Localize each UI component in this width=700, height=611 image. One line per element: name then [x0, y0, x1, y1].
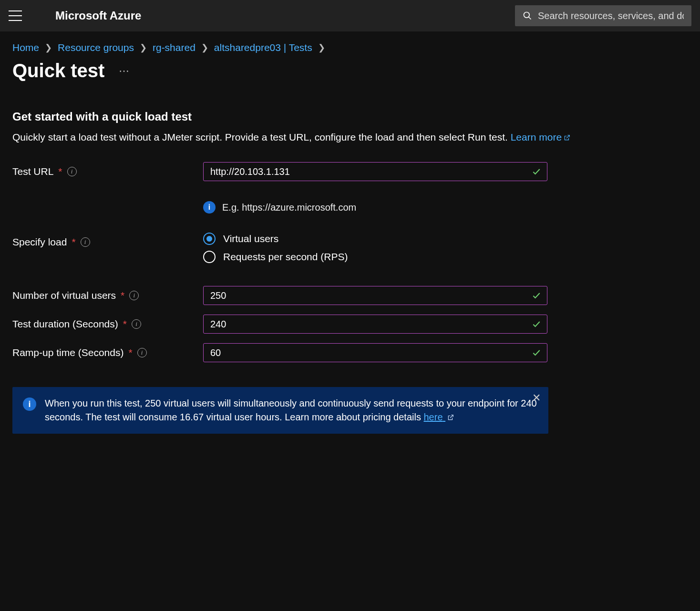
- required-marker: *: [58, 166, 62, 177]
- info-icon[interactable]: i: [132, 319, 141, 329]
- rampup-input-wrap: [203, 343, 547, 362]
- rampup-label: Ramp-up time (Seconds): [12, 347, 124, 358]
- intro-heading: Get started with a quick load test: [12, 110, 688, 123]
- required-marker: *: [72, 236, 75, 248]
- breadcrumb-resource-groups[interactable]: Resource groups: [58, 42, 134, 53]
- virtual-users-input[interactable]: [210, 290, 526, 301]
- info-icon[interactable]: i: [67, 167, 77, 176]
- breadcrumb-tests[interactable]: altsharedpre03 | Tests: [214, 42, 312, 53]
- required-marker: *: [128, 347, 132, 358]
- radio-label: Virtual users: [223, 233, 278, 244]
- hamburger-menu-icon[interactable]: [9, 10, 22, 21]
- search-input[interactable]: [538, 10, 684, 21]
- intro-text: Quickly start a load test without a JMet…: [12, 132, 511, 143]
- check-icon: [532, 348, 541, 357]
- test-url-label: Test URL: [12, 166, 53, 177]
- specify-load-radio-group: Virtual users Requests per second (RPS): [203, 233, 547, 263]
- rampup-input[interactable]: [210, 347, 526, 358]
- global-search[interactable]: [515, 5, 691, 26]
- radio-icon: [203, 233, 216, 245]
- radio-virtual-users[interactable]: Virtual users: [203, 233, 547, 245]
- info-icon[interactable]: i: [81, 237, 90, 247]
- chevron-right-icon: ❯: [45, 42, 52, 53]
- test-url-hint: E.g. https://azure.microsoft.com: [222, 202, 356, 213]
- info-icon[interactable]: i: [137, 348, 147, 357]
- page-title: Quick test: [12, 60, 104, 81]
- brand-label: Microsoft Azure: [55, 9, 141, 22]
- learn-more-link[interactable]: Learn more: [511, 132, 570, 143]
- duration-input-wrap: [203, 315, 547, 334]
- info-icon[interactable]: i: [129, 291, 139, 300]
- search-icon: [523, 11, 532, 20]
- chevron-right-icon: ❯: [201, 42, 208, 53]
- test-url-input[interactable]: [210, 166, 526, 177]
- more-actions-icon[interactable]: ⋯: [119, 65, 130, 77]
- check-icon: [532, 167, 541, 176]
- radio-icon: [203, 251, 216, 263]
- banner-text: When you run this test, 250 virtual user…: [45, 397, 538, 424]
- external-link-icon: [564, 134, 570, 141]
- topbar: Microsoft Azure: [0, 0, 700, 31]
- virtual-users-input-wrap: [203, 286, 547, 305]
- close-icon[interactable]: ✕: [532, 393, 541, 403]
- duration-input[interactable]: [210, 319, 526, 330]
- pricing-banner: i When you run this test, 250 virtual us…: [12, 387, 548, 434]
- pricing-here-link[interactable]: here: [424, 412, 454, 422]
- specify-load-label: Specify load: [12, 236, 67, 248]
- svg-line-1: [529, 17, 531, 20]
- duration-label: Test duration (Seconds): [12, 318, 118, 330]
- info-badge-icon: i: [203, 201, 216, 214]
- chevron-right-icon: ❯: [318, 42, 325, 53]
- breadcrumb: Home ❯ Resource groups ❯ rg-shared ❯ alt…: [12, 42, 688, 53]
- check-icon: [532, 291, 541, 300]
- required-marker: *: [121, 290, 124, 301]
- breadcrumb-home[interactable]: Home: [12, 42, 39, 53]
- radio-label: Requests per second (RPS): [223, 251, 348, 263]
- virtual-users-label: Number of virtual users: [12, 290, 116, 301]
- svg-point-0: [524, 12, 530, 18]
- radio-rps[interactable]: Requests per second (RPS): [203, 251, 547, 263]
- chevron-right-icon: ❯: [140, 42, 147, 53]
- test-url-input-wrap: [203, 162, 547, 181]
- external-link-icon: [447, 414, 454, 421]
- content-area: Home ❯ Resource groups ❯ rg-shared ❯ alt…: [0, 31, 700, 434]
- check-icon: [532, 319, 541, 329]
- info-badge-icon: i: [23, 397, 36, 411]
- breadcrumb-rg-shared[interactable]: rg-shared: [153, 42, 196, 53]
- intro-body: Quickly start a load test without a JMet…: [12, 130, 688, 144]
- required-marker: *: [123, 318, 127, 330]
